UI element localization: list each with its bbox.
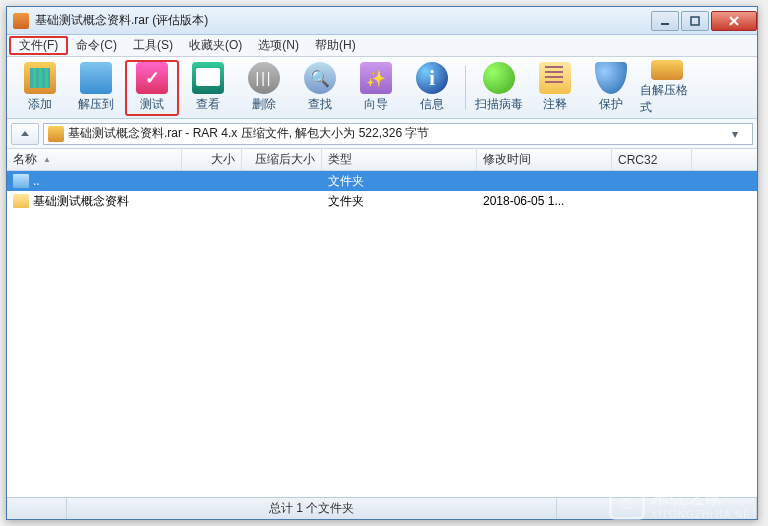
minimize-button[interactable] — [651, 11, 679, 31]
file-type: 文件夹 — [322, 193, 477, 210]
comment-icon — [539, 62, 571, 94]
menubar: 文件(F) 命令(C) 工具(S) 收藏夹(O) 选项(N) 帮助(H) — [7, 35, 757, 57]
col-name[interactable]: 名称▲ — [7, 149, 182, 170]
sfx-button[interactable]: 自解压格式 — [640, 60, 694, 116]
test-button[interactable]: 测试 — [125, 60, 179, 116]
add-button[interactable]: 添加 — [13, 60, 67, 116]
toolbar: 添加 解压到 测试 查看 删除 查找 向导 信息 扫描病毒 注释 保护 自解压格… — [7, 57, 757, 119]
file-list[interactable]: ..文件夹基础测试概念资料文件夹2018-06-05 1... — [7, 171, 757, 497]
status-mid: 总计 1 个文件夹 — [67, 498, 557, 519]
window-title: 基础测试概念资料.rar (评估版本) — [35, 12, 649, 29]
virus-icon — [483, 62, 515, 94]
titlebar[interactable]: 基础测试概念资料.rar (评估版本) — [7, 7, 757, 35]
col-size[interactable]: 大小 — [182, 149, 242, 170]
status-left — [7, 498, 67, 519]
find-icon — [304, 62, 336, 94]
menu-favorite[interactable]: 收藏夹(O) — [181, 35, 250, 56]
add-icon — [24, 62, 56, 94]
close-button[interactable] — [711, 11, 757, 31]
statusbar: 总计 1 个文件夹 — [7, 497, 757, 519]
wizard-icon — [360, 62, 392, 94]
app-icon — [13, 13, 29, 29]
info-button[interactable]: 信息 — [405, 60, 459, 116]
file-name: .. — [33, 174, 40, 188]
menu-file[interactable]: 文件(F) — [9, 36, 68, 55]
delete-icon — [248, 62, 280, 94]
protect-button[interactable]: 保护 — [584, 60, 638, 116]
address-bar: 基础测试概念资料.rar - RAR 4.x 压缩文件, 解包大小为 522,3… — [7, 119, 757, 149]
test-icon — [136, 62, 168, 94]
sfx-icon — [651, 60, 683, 80]
address-text: 基础测试概念资料.rar - RAR 4.x 压缩文件, 解包大小为 522,3… — [68, 125, 728, 142]
col-crc[interactable]: CRC32 — [612, 149, 692, 170]
delete-button[interactable]: 删除 — [237, 60, 291, 116]
extract-icon — [80, 62, 112, 94]
menu-command[interactable]: 命令(C) — [68, 35, 125, 56]
window-controls — [649, 11, 757, 31]
file-row[interactable]: ..文件夹 — [7, 171, 757, 191]
column-headers: 名称▲ 大小 压缩后大小 类型 修改时间 CRC32 — [7, 149, 757, 171]
wizard-button[interactable]: 向导 — [349, 60, 403, 116]
toolbar-separator — [465, 66, 466, 110]
extract-button[interactable]: 解压到 — [69, 60, 123, 116]
sort-asc-icon: ▲ — [43, 155, 51, 164]
archive-icon — [48, 126, 64, 142]
file-row[interactable]: 基础测试概念资料文件夹2018-06-05 1... — [7, 191, 757, 211]
menu-option[interactable]: 选项(N) — [250, 35, 307, 56]
file-mtime: 2018-06-05 1... — [477, 194, 612, 208]
dropdown-icon[interactable]: ▾ — [732, 127, 748, 141]
maximize-button[interactable] — [681, 11, 709, 31]
info-icon — [416, 62, 448, 94]
view-button[interactable]: 查看 — [181, 60, 235, 116]
status-right — [557, 498, 757, 519]
menu-tool[interactable]: 工具(S) — [125, 35, 181, 56]
menu-help[interactable]: 帮助(H) — [307, 35, 364, 56]
view-icon — [192, 62, 224, 94]
find-button[interactable]: 查找 — [293, 60, 347, 116]
address-box[interactable]: 基础测试概念资料.rar - RAR 4.x 压缩文件, 解包大小为 522,3… — [43, 123, 753, 145]
winrar-window: 基础测试概念资料.rar (评估版本) 文件(F) 命令(C) 工具(S) 收藏… — [6, 6, 758, 520]
folder-icon — [13, 174, 29, 188]
col-type[interactable]: 类型 — [322, 149, 477, 170]
col-packed[interactable]: 压缩后大小 — [242, 149, 322, 170]
virus-scan-button[interactable]: 扫描病毒 — [472, 60, 526, 116]
svg-rect-1 — [691, 17, 699, 25]
comment-button[interactable]: 注释 — [528, 60, 582, 116]
file-type: 文件夹 — [322, 173, 477, 190]
up-button[interactable] — [11, 123, 39, 145]
file-name: 基础测试概念资料 — [33, 193, 129, 210]
protect-icon — [595, 62, 627, 94]
folder-icon — [13, 194, 29, 208]
col-mtime[interactable]: 修改时间 — [477, 149, 612, 170]
